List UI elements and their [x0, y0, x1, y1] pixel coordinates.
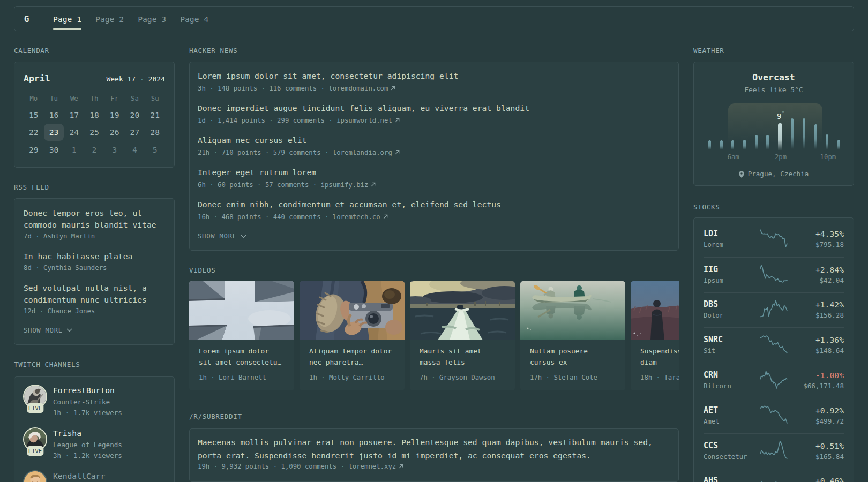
- twitch-channel-name[interactable]: KendallCarr: [53, 470, 105, 482]
- twitch-channel-name[interactable]: Trisha: [53, 427, 122, 439]
- video-author[interactable]: Molly Carrillo: [329, 374, 385, 381]
- post-domain-link[interactable]: loremdomain.com: [328, 85, 388, 92]
- tab-page-3[interactable]: Page 3: [138, 7, 166, 31]
- weather-bar: [791, 118, 794, 150]
- dot-separator: ·: [32, 264, 43, 272]
- tab-page-2[interactable]: Page 2: [95, 7, 124, 31]
- stock-sparkline-box: [759, 229, 788, 250]
- stock-sparkline-box: [759, 476, 788, 482]
- stock-symbol[interactable]: DBS: [704, 299, 759, 310]
- post-comments[interactable]: 116 comments: [269, 85, 317, 92]
- hackernews-item-title[interactable]: Donec imperdiet augue tincidunt felis al…: [198, 102, 670, 114]
- video-thumbnail[interactable]: [300, 281, 405, 340]
- hackernews-item-title[interactable]: Aliquam nec cursus elit: [198, 134, 670, 146]
- post-comments[interactable]: 440 comments: [273, 213, 321, 221]
- post-comments[interactable]: 1,090 comments: [281, 463, 337, 470]
- stock-numbers: +0.51%$165.84: [788, 440, 844, 462]
- post-domain-link[interactable]: ipsumworld.net: [336, 117, 392, 124]
- video-author[interactable]: Lori Barnett: [219, 374, 266, 381]
- video-title[interactable]: Aliquam tempor dolor nec pharetra…: [309, 346, 395, 368]
- stock-symbol[interactable]: CCS: [704, 440, 759, 451]
- stock-info: AETAmet: [704, 405, 759, 427]
- rss-item-title[interactable]: In hac habitasse platea: [24, 251, 165, 262]
- twitch-channel-name[interactable]: ForrestBurton: [53, 385, 122, 396]
- video-author[interactable]: Tara: [664, 374, 679, 381]
- twitch-channel-game[interactable]: Counter-Strike: [53, 396, 122, 408]
- video-card-body: Aliquam tempor dolor nec pharetra…1h · M…: [300, 340, 405, 383]
- weather-bar-current: [778, 123, 782, 150]
- twitch-widget: TWITCH CHANNELS LIVEForrestBurtonCounter…: [14, 361, 175, 482]
- post-comments[interactable]: 299 comments: [277, 117, 325, 124]
- rss-item-time: 7d: [24, 232, 32, 240]
- twitch-channel-game[interactable]: League of Legends: [53, 439, 122, 450]
- stock-symbol[interactable]: AHS: [704, 475, 759, 482]
- video-card[interactable]: Suspendisse diam18h · Tara: [631, 281, 679, 390]
- video-thumbnail[interactable]: [189, 281, 294, 340]
- hackernews-show-more-button[interactable]: SHOW MORE: [198, 231, 670, 241]
- weather-bar: [826, 134, 828, 150]
- weather-bar: [766, 135, 769, 150]
- dot-separator: ·: [265, 117, 277, 124]
- post-domain-link[interactable]: ipsumify.biz: [321, 181, 369, 189]
- stock-symbol[interactable]: IIG: [704, 264, 759, 275]
- post-domain-link[interactable]: loremlandia.org: [333, 149, 392, 156]
- video-card[interactable]: Nullam posuere cursus ex17h · Stefan Col…: [520, 281, 625, 390]
- tab-page-4[interactable]: Page 4: [180, 7, 208, 31]
- video-thumbnail[interactable]: [410, 281, 515, 340]
- stock-numbers: +2.84%$42.04: [788, 264, 844, 286]
- hackernews-item-title[interactable]: Lorem ipsum dolor sit amet, consectetur …: [198, 70, 670, 82]
- video-card[interactable]: Lorem ipsum dolor sit amet consectetu…1h…: [189, 281, 294, 390]
- videos-widget-title: VIDEOS: [189, 267, 679, 274]
- weather-bar: [731, 140, 734, 150]
- twitch-avatar: LIVE: [23, 385, 47, 419]
- twitch-avatar: [23, 470, 47, 482]
- post-domain-link[interactable]: loremtech.co: [333, 213, 380, 221]
- hackernews-item-title[interactable]: Integer eget rutrum lorem: [198, 167, 670, 178]
- hackernews-item-title[interactable]: Donec enim nibh, condimentum et accumsan…: [198, 199, 670, 210]
- rss-show-more-button[interactable]: SHOW MORE: [24, 326, 165, 335]
- post-age: 1d: [198, 117, 206, 124]
- video-title[interactable]: Nullam posuere cursus ex: [530, 346, 616, 368]
- stocks-widget: STOCKS LDILorem+4.35%$795.18IIGIpsum+2.8…: [693, 204, 854, 482]
- video-author[interactable]: Grayson Dawson: [439, 374, 495, 381]
- video-card[interactable]: Mauris sit amet massa felis7h · Grayson …: [410, 281, 515, 390]
- dot-separator: ·: [206, 181, 218, 189]
- app-logo[interactable]: G: [14, 7, 39, 31]
- video-thumbnail[interactable]: [631, 281, 679, 340]
- tab-page-1[interactable]: Page 1: [53, 7, 81, 31]
- hackernews-item: Integer eget rutrum lorem6h · 60 points …: [198, 167, 670, 190]
- post-comments[interactable]: 57 comments: [265, 181, 309, 189]
- dot-separator: ·: [32, 232, 43, 240]
- dot-separator: ·: [207, 374, 219, 381]
- video-thumbnail[interactable]: [520, 281, 625, 340]
- rss-item-title[interactable]: Donec tempor eros leo, ut commodo mauris…: [24, 207, 165, 231]
- dot-separator: ·: [140, 75, 144, 83]
- video-meta: 18h · Tara: [640, 372, 679, 383]
- stock-symbol[interactable]: CRN: [704, 370, 759, 381]
- calendar-widget-title: CALENDAR: [14, 47, 175, 55]
- post-age: 6h: [198, 181, 206, 189]
- subreddit-widget-title: /R/SUBREDDIT: [189, 413, 679, 420]
- post-comments[interactable]: 579 comments: [273, 149, 321, 156]
- stock-symbol[interactable]: SNRC: [704, 334, 759, 345]
- chevron-down-icon: [66, 328, 72, 332]
- stock-price: $156.28: [788, 310, 844, 321]
- stock-symbol[interactable]: LDI: [704, 228, 759, 239]
- thread-title[interactable]: Maecenas mollis pulvinar erat non posuer…: [198, 435, 670, 462]
- video-title[interactable]: Suspendisse diam: [640, 346, 679, 368]
- video-title[interactable]: Mauris sit amet massa felis: [420, 346, 505, 368]
- stock-name: Sit: [704, 345, 759, 356]
- calendar-day: 18: [84, 106, 104, 124]
- stock-name: Lorem: [704, 239, 759, 250]
- video-card[interactable]: Aliquam tempor dolor nec pharetra…1h · M…: [300, 281, 405, 390]
- video-title[interactable]: Lorem ipsum dolor sit amet consectetu…: [199, 346, 285, 368]
- weather-bar: [814, 124, 817, 150]
- stock-numbers: +1.42%$156.28: [788, 299, 844, 321]
- calendar-day: 30: [44, 141, 64, 159]
- post-domain-link[interactable]: loremnet.xyz: [348, 463, 396, 470]
- calendar-month: April: [24, 73, 50, 84]
- stream-viewers: 1.7k viewers: [73, 409, 122, 417]
- rss-item-title[interactable]: Sed volutpat nulla nisl, a condimentum n…: [24, 282, 165, 306]
- stock-symbol[interactable]: AET: [704, 405, 759, 416]
- video-author[interactable]: Stefan Cole: [553, 374, 597, 381]
